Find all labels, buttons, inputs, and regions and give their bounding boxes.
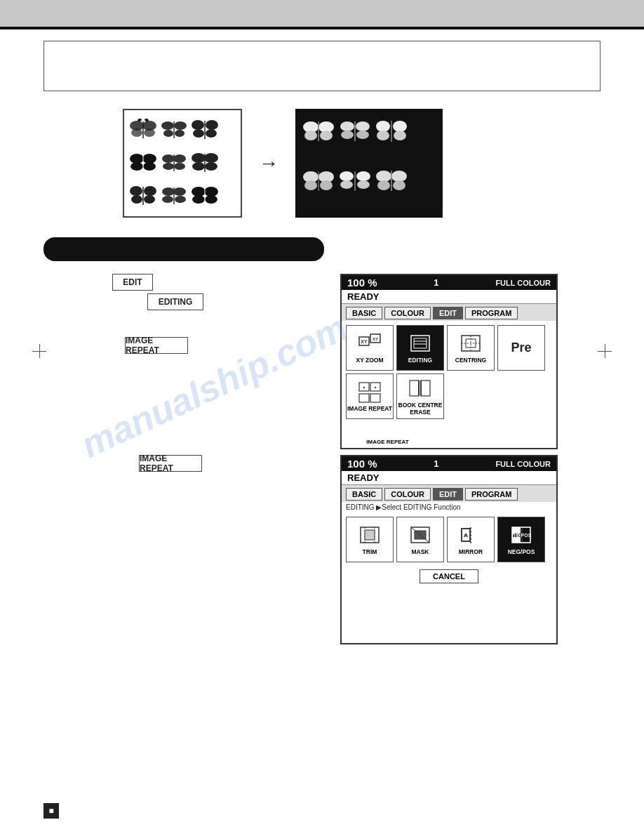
svg-point-42 bbox=[192, 187, 206, 197]
svg-point-24 bbox=[163, 163, 174, 170]
svg-point-37 bbox=[162, 187, 175, 196]
step-box-edit: EDIT bbox=[112, 274, 153, 291]
cancel-area: CANCEL bbox=[342, 567, 556, 590]
svg-point-12 bbox=[192, 120, 204, 130]
tab-2-colour[interactable]: COLOUR bbox=[384, 488, 431, 501]
butterfly-result bbox=[295, 109, 443, 218]
svg-point-54 bbox=[341, 131, 354, 139]
step-box-image-repeat-2: IMAGE REPEAT bbox=[139, 455, 202, 472]
svg-point-73 bbox=[391, 171, 407, 182]
cancel-button[interactable]: CANCEL bbox=[420, 569, 478, 583]
svg-point-22 bbox=[162, 154, 175, 163]
svg-point-10 bbox=[175, 130, 185, 137]
tab-colour[interactable]: COLOUR bbox=[384, 307, 431, 319]
panel-2-percent: 100 % bbox=[347, 458, 377, 470]
svg-point-2 bbox=[131, 128, 142, 137]
svg-point-28 bbox=[204, 153, 218, 163]
svg-rect-96 bbox=[421, 380, 430, 396]
icon-editing[interactable]: EDITING bbox=[396, 325, 444, 371]
svg-rect-102 bbox=[365, 530, 375, 540]
panel-1-copies: 1 bbox=[434, 277, 438, 288]
svg-point-23 bbox=[173, 154, 186, 163]
svg-point-68 bbox=[356, 171, 370, 181]
icon-neg-pos[interactable]: NEGPOS NEG/POS bbox=[497, 517, 545, 562]
svg-point-15 bbox=[206, 129, 217, 138]
svg-text:XY: XY bbox=[361, 339, 368, 344]
svg-point-8 bbox=[174, 121, 187, 130]
svg-line-105 bbox=[411, 527, 429, 543]
svg-point-75 bbox=[393, 180, 405, 190]
icon-centring[interactable]: CENTRING bbox=[447, 325, 495, 371]
icon-image-repeat[interactable]: ▲▲ IMAGE REPEAT bbox=[346, 373, 394, 419]
section-label-bar bbox=[43, 237, 324, 261]
tab-2-program[interactable]: PROGRAM bbox=[465, 488, 518, 501]
panel-1-icons-grid: XYXY XY ZOOM EDITING CENTRING Pre ▲▲ IMA… bbox=[342, 321, 556, 423]
svg-point-55 bbox=[356, 131, 369, 139]
editing-subtitle: EDITING ▶Select EDITING Function bbox=[342, 502, 556, 512]
icon-xy-zoom[interactable]: XYXY XY ZOOM bbox=[346, 325, 394, 371]
top-bar bbox=[0, 0, 644, 27]
panel-2: 100 % 1 FULL COLOUR READY BASIC COLOUR E… bbox=[340, 455, 558, 644]
svg-rect-92 bbox=[370, 394, 380, 402]
icon-pre[interactable]: Pre bbox=[497, 325, 545, 371]
svg-point-49 bbox=[304, 131, 317, 140]
svg-point-60 bbox=[394, 131, 406, 140]
panel-1-colour: FULL COLOUR bbox=[495, 279, 551, 287]
svg-point-57 bbox=[376, 121, 390, 132]
panel-1-tabs: BASIC COLOUR EDIT PROGRAM bbox=[342, 304, 556, 321]
tab-edit[interactable]: EDIT bbox=[433, 307, 463, 319]
svg-point-30 bbox=[205, 162, 217, 171]
svg-point-44 bbox=[192, 195, 205, 204]
step-box-editing: EDITING bbox=[147, 293, 203, 310]
svg-text:▲: ▲ bbox=[363, 385, 366, 389]
svg-point-3 bbox=[144, 128, 155, 137]
panel-1-header: 100 % 1 FULL COLOUR bbox=[342, 275, 556, 290]
arrow-right-icon: → bbox=[259, 152, 279, 175]
svg-point-53 bbox=[356, 121, 370, 131]
svg-point-17 bbox=[130, 154, 144, 164]
panel-2-header: 100 % 1 FULL COLOUR bbox=[342, 456, 556, 471]
svg-point-7 bbox=[161, 121, 174, 130]
reg-mark-right bbox=[598, 344, 612, 358]
page-number: ■ bbox=[43, 803, 59, 819]
svg-point-52 bbox=[340, 121, 354, 131]
svg-point-69 bbox=[340, 180, 353, 189]
svg-point-64 bbox=[304, 180, 317, 190]
tab-program[interactable]: PROGRAM bbox=[465, 307, 518, 319]
butterfly-original bbox=[123, 109, 242, 218]
svg-point-29 bbox=[192, 162, 205, 171]
svg-point-58 bbox=[393, 121, 407, 132]
svg-point-19 bbox=[130, 162, 143, 171]
svg-point-59 bbox=[377, 131, 389, 140]
panel-2-copies: 1 bbox=[434, 458, 438, 469]
svg-point-45 bbox=[205, 195, 217, 204]
svg-point-43 bbox=[204, 187, 218, 197]
svg-point-14 bbox=[193, 129, 204, 138]
svg-point-50 bbox=[320, 131, 333, 140]
svg-point-39 bbox=[162, 196, 173, 203]
svg-point-25 bbox=[174, 163, 185, 170]
tab-2-basic[interactable]: BASIC bbox=[346, 488, 382, 501]
top-divider bbox=[0, 27, 644, 29]
butterfly-section: → bbox=[123, 109, 443, 218]
svg-text:A: A bbox=[464, 532, 468, 538]
icon-mirror[interactable]: AA MIRROR bbox=[447, 517, 495, 562]
tab-2-edit[interactable]: EDIT bbox=[433, 488, 463, 501]
info-box bbox=[43, 41, 601, 91]
watermark: manualship.com bbox=[75, 306, 354, 466]
panel-1-percent: 100 % bbox=[347, 277, 377, 289]
svg-point-65 bbox=[320, 180, 333, 190]
icon-book-centre-erase[interactable]: BOOK CENTRE ERASE bbox=[396, 373, 444, 419]
svg-point-18 bbox=[142, 154, 156, 164]
svg-point-32 bbox=[130, 186, 142, 196]
svg-point-72 bbox=[376, 171, 391, 182]
tab-basic[interactable]: BASIC bbox=[346, 307, 382, 319]
svg-point-34 bbox=[131, 195, 142, 204]
svg-point-40 bbox=[175, 196, 186, 203]
svg-point-35 bbox=[144, 195, 155, 204]
svg-text:XY: XY bbox=[373, 337, 378, 341]
svg-point-27 bbox=[192, 153, 206, 163]
icon-mask[interactable]: MASK bbox=[396, 517, 444, 562]
icon-trim[interactable]: TRIM bbox=[346, 517, 394, 562]
svg-point-70 bbox=[357, 180, 370, 189]
